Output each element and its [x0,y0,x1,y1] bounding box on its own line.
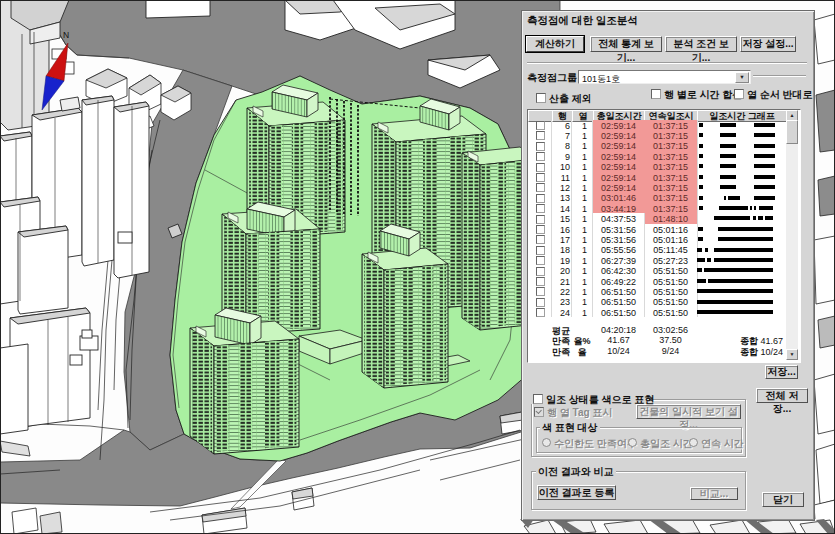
svg-text:N: N [63,30,69,40]
